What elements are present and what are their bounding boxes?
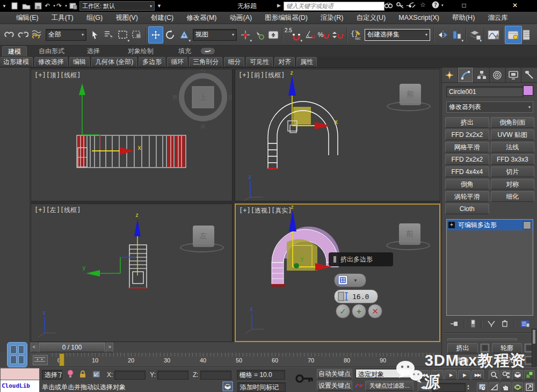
select-and-rotate-icon[interactable] — [163, 27, 177, 43]
caddy-apply-button[interactable]: + — [352, 304, 366, 318]
modifier-stack[interactable]: + 可编辑多边形 — [446, 219, 533, 316]
key-curve-icon[interactable] — [354, 381, 364, 392]
select-object-icon[interactable] — [88, 27, 102, 43]
previous-frame-arrow[interactable]: < — [31, 343, 38, 352]
modifier-list-dropdown[interactable]: 修改器列表▾ — [446, 101, 533, 113]
modifier-cloth-button[interactable]: Cloth — [445, 204, 489, 214]
project-folder-icon[interactable] — [68, 1, 79, 11]
macro-recorder-line[interactable] — [0, 368, 40, 380]
ribbon-tab-modeling[interactable]: 建模 — [2, 46, 27, 57]
menu-liuyunku[interactable]: 溜云库 — [481, 12, 514, 24]
align-icon[interactable]: ▾ — [450, 27, 464, 43]
mini-trackbar-toggle-icon[interactable] — [33, 355, 48, 365]
ribbon-polygon-modeling[interactable]: 边形建模 — [0, 57, 33, 67]
viewport-front[interactable]: [+][前][线框] 前 x z — [235, 69, 440, 201]
angle-snap-icon[interactable] — [303, 27, 317, 43]
minimize-button[interactable]: ─ — [402, 1, 416, 10]
scrollbar-thumb[interactable] — [533, 330, 535, 344]
modifier-symmetry-button[interactable]: 对称 — [491, 179, 535, 190]
undo-icon[interactable]: ↶▾ — [45, 1, 55, 11]
save-icon[interactable] — [33, 1, 43, 11]
modifier-extrude-button[interactable]: 挤出 — [445, 117, 489, 128]
make-unique-icon[interactable] — [487, 320, 496, 329]
select-and-manipulate-icon[interactable] — [252, 27, 266, 43]
help-flyout-icon[interactable]: ▾ — [441, 3, 444, 8]
ribbon-subdivision[interactable]: 细分 — [224, 57, 244, 67]
layer-manager-icon[interactable]: ▾ — [468, 27, 482, 43]
modify-tab-icon[interactable] — [458, 68, 474, 82]
next-frame-arrow[interactable]: > — [106, 343, 113, 352]
modifier-turbosmooth-button[interactable]: 涡轮平滑 — [445, 191, 489, 202]
ribbon-properties[interactable]: 属性 — [296, 57, 317, 67]
ribbon-tris[interactable]: 三角剖分 — [189, 57, 222, 67]
caddy-ok-button[interactable]: ✓ — [336, 304, 350, 318]
bind-to-space-warp-icon[interactable] — [30, 27, 44, 43]
menu-tools[interactable]: 工具(T) — [45, 12, 80, 24]
maximize-button[interactable]: □ — [457, 1, 471, 10]
create-tab-icon[interactable] — [442, 68, 458, 82]
modifier-ffd2-button[interactable]: FFD 2x2x2 — [445, 129, 489, 140]
qat-flyout-icon[interactable]: ▼ — [157, 3, 162, 9]
remove-modifier-icon[interactable] — [501, 320, 509, 329]
y-coordinate-field[interactable] — [157, 371, 188, 380]
ribbon-tab-object-paint[interactable]: 对象绘制 — [122, 46, 159, 56]
caddy-cancel-button[interactable]: ✕ — [368, 304, 382, 318]
ribbon-loops[interactable]: 循环 — [167, 57, 187, 67]
infocenter-collapse-icon[interactable]: ▶ — [277, 3, 281, 8]
motion-tab-icon[interactable] — [490, 68, 506, 82]
ribbon-polygons[interactable]: 多边形 — [139, 57, 165, 67]
track-bar-ruler[interactable]: 0 10 20 30 40 50 60 70 80 90 — [52, 353, 437, 366]
menu-views[interactable]: 视图(V) — [109, 12, 144, 24]
viewport-left-label[interactable]: [+][左][线框] — [34, 206, 81, 215]
object-name-field[interactable]: Circle001 — [446, 86, 524, 97]
modifier-meshsmooth-button[interactable]: 网格平滑 — [445, 142, 489, 153]
menu-group[interactable]: 组(G) — [80, 12, 110, 24]
unlink-selection-icon[interactable] — [16, 27, 30, 43]
isolate-selection-bulb-icon[interactable] — [67, 369, 74, 380]
modifier-bevel-profile-button[interactable]: 倒角剖面 — [491, 117, 535, 128]
modifier-slice-button[interactable]: 切片 — [491, 166, 535, 177]
ribbon-tab-selection[interactable]: 选择 — [82, 46, 105, 56]
isolate-cube-icon[interactable] — [222, 381, 233, 392]
set-key-button[interactable]: 设置关键点 — [317, 381, 352, 391]
modifier-normal-button[interactable]: 法线 — [491, 142, 535, 153]
hierarchy-tab-icon[interactable] — [474, 68, 490, 82]
menu-graph-editors[interactable]: 图形编辑器(D) — [258, 12, 314, 24]
infocenter-search-input[interactable]: 键入关键字或短语 — [284, 2, 384, 11]
window-crossing-icon[interactable] — [130, 27, 144, 43]
viewport-perspective[interactable]: [+][透视][真实] 前 y x z — [235, 204, 440, 342]
use-pivot-center-icon[interactable]: ▾ — [238, 27, 252, 43]
selection-filter-combo[interactable]: 全部▾ — [46, 29, 86, 41]
viewport-top-label[interactable]: [+][顶][线框] — [34, 71, 81, 80]
display-tab-icon[interactable] — [506, 68, 522, 82]
rectangular-selection-region-icon[interactable]: ▾ — [116, 27, 130, 43]
render-setup-icon[interactable] — [522, 27, 529, 43]
configure-modifier-sets-icon[interactable] — [520, 320, 529, 329]
viewport-layout-2x2-icon[interactable] — [7, 342, 27, 367]
pin-stack-icon[interactable] — [450, 320, 459, 329]
help-icon[interactable]: ? — [432, 1, 440, 11]
app-menu-arrow-icon[interactable]: ▼ — [2, 4, 6, 9]
menu-modifiers[interactable]: 修改器(M) — [180, 12, 223, 24]
search-binoculars-icon[interactable] — [384, 2, 393, 10]
ribbon-visibility[interactable]: 可见性 — [246, 57, 273, 67]
maxscript-mini-listener[interactable]: CloudLib i: — [0, 380, 40, 392]
open-file-icon[interactable] — [21, 1, 32, 11]
viewcube-front[interactable]: 前 — [400, 84, 421, 105]
menu-help[interactable]: 帮助(H) — [446, 12, 481, 24]
close-button[interactable]: ✕ — [508, 1, 522, 10]
viewcube-perspective[interactable]: 前 — [399, 223, 420, 245]
select-by-name-icon[interactable] — [102, 27, 116, 43]
time-tag-field[interactable]: 添加时间标记 — [237, 382, 286, 392]
snaps-toggle-icon[interactable]: 2.5 ▾ — [285, 27, 303, 43]
menu-customize[interactable]: 自定义(U) — [350, 12, 392, 24]
menu-animation[interactable]: 动画(A) — [223, 12, 258, 24]
percent-snap-icon[interactable]: % — [317, 27, 331, 43]
ribbon-align[interactable]: 对齐 — [274, 57, 295, 67]
named-selection-sets-icon[interactable]: {}ABC — [349, 27, 363, 43]
show-end-result-icon[interactable] — [470, 320, 476, 329]
material-editor-icon[interactable] — [505, 26, 522, 44]
select-and-move-icon[interactable] — [148, 26, 163, 43]
keyboard-shortcut-override-icon[interactable] — [266, 27, 280, 43]
favorites-star-icon[interactable]: ☆ — [420, 1, 426, 9]
